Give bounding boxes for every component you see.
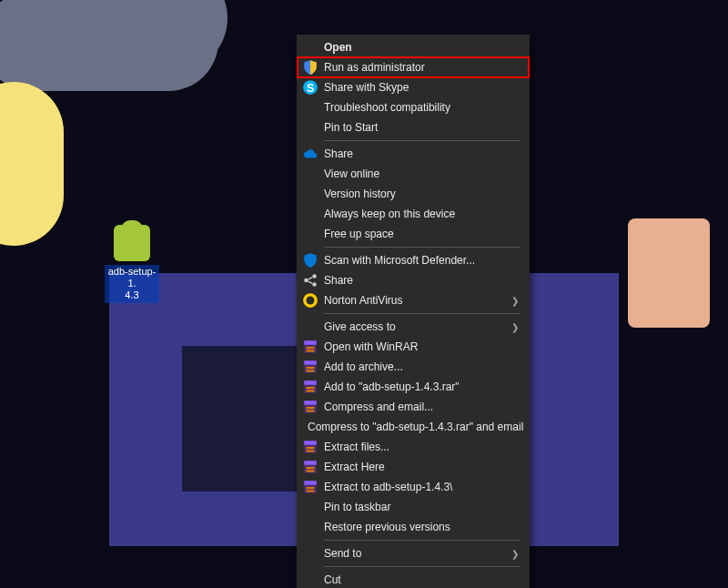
svg-text:S: S bbox=[307, 82, 314, 95]
menu-item-norton-antivirus[interactable]: Norton AntiVirus❯ bbox=[297, 290, 530, 310]
menu-item-send-to[interactable]: Send to❯ bbox=[297, 543, 530, 563]
blank-icon bbox=[302, 100, 318, 115]
menu-item-label: Open bbox=[324, 41, 519, 54]
blank-icon bbox=[302, 207, 318, 221]
menu-item-label: Run as administrator bbox=[324, 61, 519, 74]
blank-icon bbox=[302, 227, 318, 241]
winrar-icon bbox=[302, 440, 318, 454]
svg-point-6 bbox=[307, 297, 315, 305]
desktop-icon-adb-setup[interactable]: adb-setup-1.4.3 bbox=[105, 225, 159, 303]
menu-item-label: Extract Here bbox=[324, 461, 519, 473]
menu-item-label: Extract to adb-setup-1.4.3\ bbox=[324, 481, 519, 493]
blank-icon bbox=[302, 120, 318, 135]
winrar-icon bbox=[302, 400, 318, 414]
context-menu: OpenRun as administratorSShare with Skyp… bbox=[297, 35, 530, 588]
svg-rect-38 bbox=[307, 490, 315, 492]
svg-rect-28 bbox=[304, 441, 317, 445]
menu-item-label: Restore previous versions bbox=[324, 521, 519, 533]
winrar-icon bbox=[302, 480, 318, 494]
menu-item-give-access-to[interactable]: Give access to❯ bbox=[297, 317, 530, 337]
menu-item-compress-email[interactable]: Compress and email... bbox=[297, 397, 530, 417]
menu-item-label: Scan with Microsoft Defender... bbox=[324, 254, 519, 267]
menu-separator bbox=[324, 566, 521, 567]
blank-icon bbox=[302, 40, 318, 55]
menu-item-share-with-skype[interactable]: SShare with Skype bbox=[297, 77, 530, 97]
svg-point-3 bbox=[312, 274, 317, 279]
menu-item-extract-to-folder[interactable]: Extract to adb-setup-1.4.3\ bbox=[297, 477, 530, 497]
menu-item-open-winrar[interactable]: Open with WinRAR bbox=[297, 337, 530, 357]
menu-item-label: Share with Skype bbox=[324, 81, 519, 94]
menu-item-add-to-named-rar[interactable]: Add to "adb-setup-1.4.3.rar" bbox=[297, 377, 530, 397]
menu-item-label: Pin to taskbar bbox=[324, 501, 519, 513]
menu-item-label: View online bbox=[324, 167, 519, 180]
menu-item-view-online[interactable]: View online bbox=[297, 164, 530, 184]
desktop-icon-label: adb-setup-1.4.3 bbox=[105, 265, 159, 303]
menu-item-label: Version history bbox=[324, 188, 519, 200]
blank-icon bbox=[302, 520, 318, 534]
blank-icon bbox=[302, 500, 318, 514]
menu-item-cut[interactable]: Cut bbox=[297, 570, 530, 588]
menu-item-run-as-administrator[interactable]: Run as administrator bbox=[297, 57, 530, 77]
blank-icon bbox=[302, 319, 318, 334]
menu-item-label: Add to "adb-setup-1.4.3.rar" bbox=[324, 380, 519, 393]
menu-item-troubleshoot-compatibility[interactable]: Troubleshoot compatibility bbox=[297, 97, 530, 117]
menu-separator bbox=[324, 140, 521, 141]
svg-rect-16 bbox=[304, 380, 317, 385]
cloud-icon bbox=[302, 147, 318, 161]
menu-item-label: Give access to bbox=[324, 320, 511, 333]
svg-rect-21 bbox=[307, 407, 315, 409]
svg-rect-8 bbox=[304, 340, 317, 345]
menu-item-always-keep[interactable]: Always keep on this device bbox=[297, 204, 530, 224]
menu-item-extract-files[interactable]: Extract files... bbox=[297, 437, 530, 457]
blank-icon bbox=[302, 187, 318, 201]
menu-item-restore-previous[interactable]: Restore previous versions bbox=[297, 517, 530, 537]
svg-rect-10 bbox=[307, 350, 315, 351]
menu-item-label: Share bbox=[324, 147, 519, 160]
skype-icon: S bbox=[302, 80, 318, 95]
winrar-icon bbox=[302, 340, 318, 354]
svg-rect-30 bbox=[307, 450, 315, 451]
svg-rect-37 bbox=[307, 487, 315, 489]
svg-rect-29 bbox=[307, 447, 315, 449]
menu-item-share[interactable]: Share bbox=[297, 270, 530, 290]
svg-rect-22 bbox=[307, 410, 315, 411]
submenu-arrow-icon: ❯ bbox=[511, 322, 519, 332]
svg-rect-17 bbox=[307, 387, 315, 389]
menu-item-pin-to-taskbar[interactable]: Pin to taskbar bbox=[297, 497, 530, 517]
norton-icon bbox=[302, 293, 318, 308]
blank-icon bbox=[302, 573, 318, 587]
menu-item-pin-to-start[interactable]: Pin to Start bbox=[297, 117, 530, 137]
menu-separator bbox=[324, 313, 521, 314]
menu-item-label: Pin to Start bbox=[324, 121, 519, 134]
menu-separator bbox=[324, 247, 521, 248]
menu-separator bbox=[324, 540, 521, 541]
menu-item-label: Compress to "adb-setup-1.4.3.rar" and em… bbox=[308, 421, 523, 433]
blank-icon bbox=[302, 546, 318, 561]
shield-icon bbox=[302, 60, 318, 75]
menu-item-label: Free up space bbox=[324, 228, 519, 240]
winrar-icon bbox=[302, 380, 318, 394]
menu-item-onedrive-share[interactable]: Share bbox=[297, 144, 530, 164]
blank-icon bbox=[302, 167, 318, 181]
def-icon bbox=[302, 253, 318, 268]
svg-rect-20 bbox=[304, 400, 317, 405]
menu-item-version-history[interactable]: Version history bbox=[297, 184, 530, 204]
menu-item-add-to-archive[interactable]: Add to archive... bbox=[297, 357, 530, 377]
share-icon bbox=[302, 273, 318, 288]
menu-item-extract-here[interactable]: Extract Here bbox=[297, 457, 530, 477]
menu-item-compress-named-email[interactable]: Compress to "adb-setup-1.4.3.rar" and em… bbox=[297, 417, 530, 437]
svg-rect-18 bbox=[307, 390, 315, 391]
menu-item-label: Always keep on this device bbox=[324, 208, 519, 220]
svg-rect-13 bbox=[307, 367, 315, 369]
menu-item-open[interactable]: Open bbox=[297, 37, 530, 57]
menu-item-label: Troubleshoot compatibility bbox=[324, 101, 519, 114]
svg-point-2 bbox=[304, 279, 308, 283]
winrar-icon bbox=[302, 360, 318, 374]
winrar-icon bbox=[302, 460, 318, 474]
menu-item-free-up-space[interactable]: Free up space bbox=[297, 224, 530, 244]
menu-item-label: Send to bbox=[324, 547, 511, 560]
menu-item-scan-defender[interactable]: Scan with Microsoft Defender... bbox=[297, 250, 530, 270]
svg-rect-33 bbox=[307, 467, 315, 469]
menu-item-label: Open with WinRAR bbox=[324, 340, 519, 353]
svg-rect-14 bbox=[307, 370, 315, 371]
